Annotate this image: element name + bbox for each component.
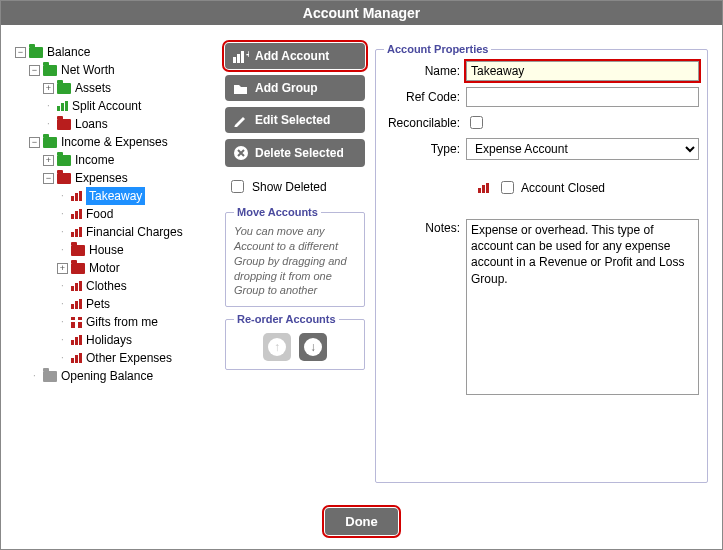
tree-opening-balance[interactable]: Opening Balance [61,367,153,385]
tree-expand-icon[interactable]: + [43,83,54,94]
add-account-label: Add Account [255,49,329,63]
tree-expand-icon[interactable]: + [57,263,68,274]
tree-leaf-icon: · [57,205,68,223]
edit-selected-label: Edit Selected [255,113,330,127]
account-closed-checkbox[interactable] [501,181,514,194]
reorder-up-button: ↑ [263,333,291,361]
add-account-button[interactable]: + Add Account [225,43,365,69]
svg-text:+: + [246,49,249,60]
folder-icon [43,65,57,76]
folder-icon [57,173,71,184]
tree-income[interactable]: Income [75,151,114,169]
reconcilable-label: Reconcilable: [384,116,460,130]
tree-collapse-icon[interactable]: − [29,65,40,76]
reorder-accounts-group: Re-order Accounts ↑ ↓ [225,313,365,370]
folder-icon [71,245,85,256]
tree-leaf-icon: · [57,313,68,331]
move-accounts-legend: Move Accounts [234,206,321,218]
tree-collapse-icon[interactable]: − [29,137,40,148]
folder-icon [57,155,71,166]
add-group-icon [233,81,249,95]
bars-icon [71,299,82,309]
reorder-accounts-legend: Re-order Accounts [234,313,339,325]
tree-assets[interactable]: Assets [75,79,111,97]
type-select[interactable]: Expense Account [466,138,699,160]
arrow-down-icon: ↓ [304,338,322,356]
ref-code-label: Ref Code: [384,90,460,104]
bars-icon [71,209,82,219]
add-group-label: Add Group [255,81,318,95]
tree-leaf-icon: · [57,277,68,295]
edit-selected-button[interactable]: Edit Selected [225,107,365,133]
tree-split-account[interactable]: Split Account [72,97,141,115]
delete-selected-label: Delete Selected [255,146,344,160]
delete-icon [233,145,249,161]
account-tree[interactable]: −Balance −Net Worth +Assets ·Split Accou… [15,43,215,483]
tree-item-takeaway[interactable]: Takeaway [86,187,145,205]
notes-textarea[interactable] [466,219,699,395]
tree-item-financial-charges[interactable]: Financial Charges [86,223,183,241]
tree-item-gifts[interactable]: Gifts from me [86,313,158,331]
tree-collapse-icon[interactable]: − [43,173,54,184]
type-label: Type: [384,142,460,156]
folder-icon [57,83,71,94]
notes-label: Notes: [384,219,460,395]
tree-collapse-icon[interactable]: − [15,47,26,58]
svg-rect-0 [233,57,236,63]
tree-leaf-icon: · [57,223,68,241]
folder-icon [71,263,85,274]
add-group-button[interactable]: Add Group [225,75,365,101]
bars-icon [71,281,82,291]
tree-item-motor[interactable]: Motor [89,259,120,277]
tree-root[interactable]: Balance [47,43,90,61]
name-input[interactable] [466,61,699,81]
account-properties-legend: Account Properties [384,43,491,55]
bars-icon [71,227,82,237]
account-properties-group: Account Properties Name: Ref Code: Recon… [375,43,708,483]
tree-item-other-expenses[interactable]: Other Expenses [86,349,172,367]
tree-leaf-icon: · [57,295,68,313]
svg-rect-2 [241,51,244,63]
reorder-down-button[interactable]: ↓ [299,333,327,361]
folder-icon [57,119,71,130]
move-accounts-group: Move Accounts You can move any Account t… [225,206,365,307]
ref-code-input[interactable] [466,87,699,107]
svg-rect-1 [237,54,240,63]
reconcilable-checkbox[interactable] [470,116,483,129]
tree-item-house[interactable]: House [89,241,124,259]
bars-icon [71,353,82,363]
tree-item-pets[interactable]: Pets [86,295,110,313]
folder-icon [43,371,57,382]
move-accounts-hint: You can move any Account to a different … [234,224,356,298]
tree-leaf-icon: · [57,241,68,259]
tree-net-worth[interactable]: Net Worth [61,61,115,79]
folder-icon [43,137,57,148]
arrow-up-icon: ↑ [268,338,286,356]
tree-loans[interactable]: Loans [75,115,108,133]
add-account-icon: + [233,49,249,63]
tree-leaf-icon: · [29,367,40,385]
tree-expand-icon[interactable]: + [43,155,54,166]
done-button[interactable]: Done [325,508,398,535]
show-deleted-label: Show Deleted [252,180,327,194]
pencil-icon [233,113,249,127]
gift-icon [71,317,82,328]
tree-item-clothes[interactable]: Clothes [86,277,127,295]
name-label: Name: [384,64,460,78]
tree-leaf-icon: · [57,187,68,205]
account-closed-label: Account Closed [521,181,605,195]
bars-icon [71,335,82,345]
tree-expenses[interactable]: Expenses [75,169,128,187]
tree-leaf-icon: · [43,115,54,133]
show-deleted-checkbox[interactable] [231,180,244,193]
delete-selected-button[interactable]: Delete Selected [225,139,365,167]
bars-icon [478,183,489,193]
tree-leaf-icon: · [43,97,54,115]
tree-item-holidays[interactable]: Holidays [86,331,132,349]
tree-leaf-icon: · [57,349,68,367]
window-title: Account Manager [1,1,722,25]
tree-item-food[interactable]: Food [86,205,113,223]
bars-icon [71,191,82,201]
tree-income-expenses[interactable]: Income & Expenses [61,133,168,151]
bars-icon [57,101,68,111]
